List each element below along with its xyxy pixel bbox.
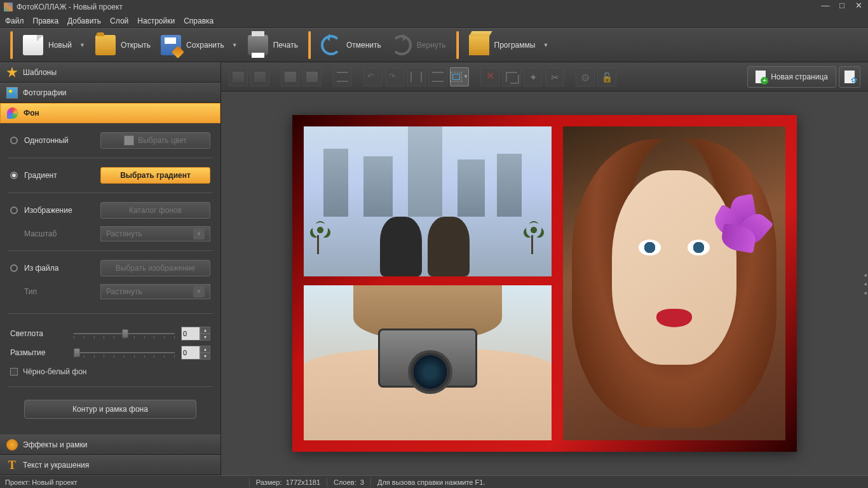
blur-spinbox[interactable]: ▲▼ — [181, 346, 210, 360]
radio-solid[interactable] — [10, 137, 18, 144]
spin-up[interactable]: ▲ — [200, 327, 210, 334]
bw-checkbox[interactable] — [10, 368, 18, 376]
menu-edit[interactable]: Правка — [33, 17, 59, 25]
crop-icon — [506, 72, 517, 82]
scissors-icon: ✂ — [549, 72, 560, 82]
menu-file[interactable]: Файл — [5, 17, 24, 25]
sidebar: Шаблоны Фотографии Фон Однотонный Выбрат… — [0, 62, 221, 475]
open-button[interactable]: Открыть — [90, 32, 156, 58]
save-button[interactable]: Сохранить ▼ — [156, 32, 243, 58]
menu-add[interactable]: Добавить — [67, 17, 101, 25]
blur-slider[interactable] — [74, 346, 175, 359]
undo-button[interactable]: Отменить — [316, 32, 386, 58]
bring-to-front-icon — [306, 72, 318, 82]
align-button[interactable] — [333, 67, 352, 86]
menu-settings[interactable]: Настройки — [137, 17, 175, 25]
scale-select[interactable]: Растянуть ▼ — [100, 226, 210, 241]
accordion-text[interactable]: T Текст и украшения — [0, 455, 220, 475]
collage-photo-2[interactable] — [304, 285, 552, 440]
collage-canvas[interactable] — [292, 115, 797, 452]
send-backward-button[interactable] — [250, 67, 269, 86]
chevron-down-icon: ▼ — [193, 286, 205, 297]
settings-button[interactable]: ⚙ — [576, 67, 595, 86]
spin-up[interactable]: ▲ — [200, 346, 210, 353]
programs-button[interactable]: Программы ▼ — [464, 32, 554, 58]
brightness-label: Светлота — [10, 329, 67, 338]
menu-layer[interactable]: Слой — [110, 17, 128, 25]
type-select[interactable]: Растянуть ▼ — [100, 284, 210, 299]
folder-open-icon — [95, 35, 116, 55]
new-page-button[interactable]: Новая страница — [747, 66, 836, 88]
palette-icon — [7, 107, 18, 119]
accordion-templates[interactable]: Шаблоны — [0, 62, 220, 83]
accordion-photos[interactable]: Фотографии — [0, 83, 220, 103]
choose-color-button[interactable]: Выбрать цвет — [100, 132, 210, 149]
collage-photo-1[interactable] — [304, 126, 552, 276]
choose-image-button[interactable]: Выбрать изображение — [100, 260, 210, 276]
delete-button[interactable]: ✕ — [480, 67, 499, 86]
rotate-ccw-button[interactable]: ↶ — [363, 67, 383, 86]
brightness-spinbox[interactable]: ▲▼ — [181, 327, 210, 341]
bring-forward-button[interactable] — [281, 67, 300, 86]
titlebar: ФотоКОЛЛАЖ - Новый проект — □ ✕ — [0, 0, 868, 14]
bg-catalog-button[interactable]: Каталог фонов — [100, 202, 210, 219]
radio-fromfile[interactable] — [10, 264, 18, 272]
send-to-back-button[interactable] — [229, 67, 248, 86]
status-help: Для вызова справки нажмите F1. — [377, 478, 485, 486]
toolbar-separator — [308, 31, 311, 59]
chevron-down-icon: ▼ — [543, 42, 548, 48]
type-label: Тип — [24, 287, 94, 296]
radio-image[interactable] — [10, 207, 18, 214]
fit-icon — [451, 72, 462, 82]
bring-to-front-button[interactable] — [302, 67, 322, 86]
window-title: ФотоКОЛЛАЖ - Новый проект — [17, 3, 123, 11]
brightness-slider[interactable] — [74, 327, 175, 340]
status-project-label: Проект: — [5, 478, 30, 486]
accordion-background[interactable]: Фон — [0, 103, 220, 123]
menubar: Файл Правка Добавить Слой Настройки Спра… — [0, 14, 868, 28]
redo-button[interactable]: Вернуть — [386, 32, 451, 58]
crop-button[interactable] — [502, 67, 521, 86]
print-button[interactable]: Печать — [243, 32, 303, 58]
canvas-area: ↶ ↷ ▼ ✕ ✦ ✂ ⚙ 🔓 Новая страница — [221, 62, 868, 475]
canvas-viewport[interactable]: ◂◂◂ — [221, 92, 868, 475]
outline-frame-button[interactable]: Контур и рамка фона — [24, 400, 196, 419]
side-handles[interactable]: ◂◂◂ — [862, 271, 868, 295]
box-icon — [469, 35, 489, 55]
minimize-button[interactable]: — — [820, 3, 831, 11]
cut-button[interactable]: ✂ — [545, 67, 564, 86]
accordion-effects[interactable]: Эффекты и рамки — [0, 435, 220, 455]
rotate-cw-button[interactable]: ↷ — [385, 67, 404, 86]
send-to-back-icon — [233, 72, 244, 82]
page-settings-button[interactable] — [839, 66, 860, 88]
photo-icon — [6, 87, 18, 98]
lock-button[interactable]: 🔓 — [597, 67, 616, 86]
maximize-button[interactable]: □ — [836, 3, 848, 11]
gear-icon: ⚙ — [580, 72, 591, 82]
spin-down[interactable]: ▼ — [200, 353, 210, 360]
flip-vertical-icon — [432, 72, 444, 82]
text-icon: T — [6, 459, 18, 471]
send-backward-icon — [254, 72, 266, 82]
undo-icon — [321, 35, 341, 55]
magic-wand-button[interactable]: ✦ — [524, 67, 543, 86]
choose-gradient-button[interactable]: Выбрать градиент — [100, 167, 210, 184]
align-icon — [337, 72, 348, 82]
close-button[interactable]: ✕ — [853, 3, 864, 11]
flip-vertical-button[interactable] — [428, 67, 447, 86]
color-swatch — [124, 135, 134, 146]
rotate-ccw-icon: ↶ — [367, 72, 379, 82]
magic-wand-icon: ✦ — [527, 72, 539, 82]
flip-horizontal-button[interactable] — [407, 67, 426, 86]
collage-photo-3[interactable] — [563, 126, 785, 440]
delete-icon: ✕ — [484, 72, 496, 82]
fit-button[interactable]: ▼ — [450, 67, 469, 86]
spin-down[interactable]: ▼ — [200, 334, 210, 341]
main-toolbar: Новый ▼ Открыть Сохранить ▼ Печать Отмен… — [0, 28, 868, 62]
chevron-down-icon: ▼ — [193, 228, 205, 240]
radio-gradient[interactable] — [10, 172, 18, 179]
menu-help[interactable]: Справка — [184, 17, 214, 25]
effects-icon — [6, 439, 18, 451]
new-button[interactable]: Новый ▼ — [18, 32, 90, 58]
printer-icon — [248, 35, 268, 55]
